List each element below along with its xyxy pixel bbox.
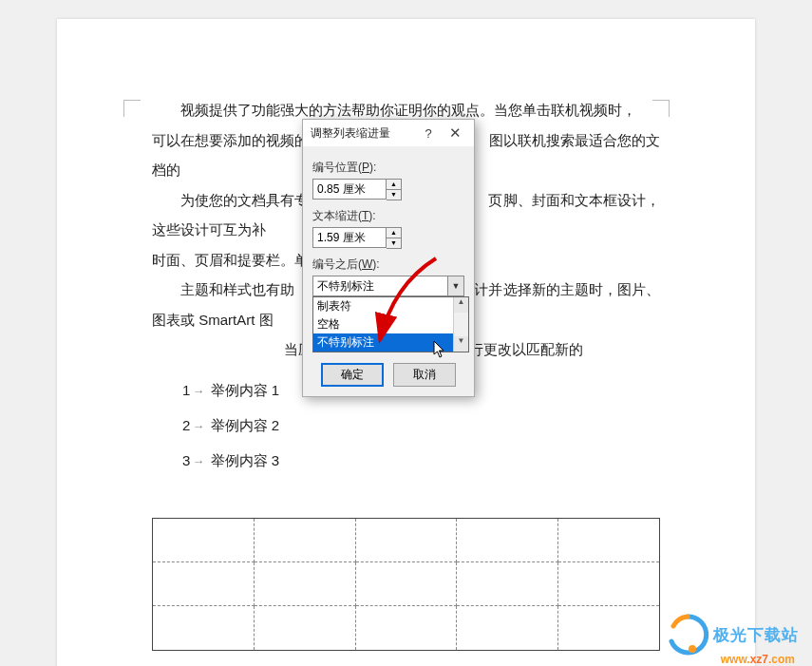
chevron-down-icon[interactable]: ▼	[447, 276, 463, 295]
spin-up-icon[interactable]: ▲	[387, 228, 401, 238]
cell[interactable]	[254, 606, 355, 650]
ok-button[interactable]: 确定	[321, 363, 384, 387]
cell[interactable]	[457, 561, 558, 605]
text-indent-spinner[interactable]: ▲ ▼	[312, 227, 464, 249]
adjust-list-indent-dialog: 调整列表缩进量 ? ✕ 编号位置(P): ▲ ▼ 文本缩进(T): ▲ ▼ 编号…	[302, 119, 475, 397]
cancel-button[interactable]: 取消	[393, 363, 456, 387]
combobox-value: 不特别标注	[313, 278, 447, 295]
crop-mark	[123, 100, 141, 117]
cell[interactable]	[153, 606, 255, 650]
dropdown-option-space[interactable]: 空格	[313, 315, 468, 333]
cell[interactable]	[355, 518, 457, 561]
number-position-label: 编号位置(P):	[312, 160, 464, 176]
tab-arrow-glyph: →	[192, 384, 204, 398]
watermark-url: www.www.xz7.comxz7.com	[721, 653, 795, 666]
cell[interactable]	[254, 518, 355, 561]
svg-point-0	[689, 645, 696, 653]
number-position-spinner[interactable]: ▲ ▼	[312, 179, 464, 200]
cell[interactable]	[457, 518, 558, 561]
cell[interactable]	[457, 606, 558, 650]
cell[interactable]	[558, 518, 660, 561]
mouse-cursor-icon	[433, 340, 446, 359]
after-number-label: 编号之后(W):	[312, 257, 464, 273]
tab-arrow-glyph: →	[192, 454, 204, 468]
text-indent-input[interactable]	[312, 227, 387, 248]
watermark-logo: 极光下载站	[666, 613, 799, 656]
spin-up-icon[interactable]: ▲	[387, 180, 401, 190]
cell[interactable]	[355, 561, 457, 605]
spin-down-icon[interactable]: ▼	[387, 190, 401, 200]
crop-mark	[652, 100, 670, 117]
close-button[interactable]: ✕	[442, 124, 468, 142]
list-item: 2→ 举例内容 2	[182, 417, 660, 435]
cell[interactable]	[153, 518, 255, 561]
dialog-title-bar[interactable]: 调整列表缩进量 ? ✕	[303, 120, 474, 146]
tab-arrow-glyph: →	[192, 419, 204, 433]
help-button[interactable]: ?	[415, 126, 442, 141]
scroll-up-icon[interactable]: ▲	[454, 297, 468, 313]
after-number-combobox[interactable]: 不特别标注 ▼	[312, 276, 464, 296]
number-position-input[interactable]	[312, 179, 387, 200]
list-item: 3→ 举例内容 3	[182, 452, 660, 470]
spin-down-icon[interactable]: ▼	[387, 238, 401, 248]
cell[interactable]	[254, 561, 355, 605]
watermark-brand: 极光下载站	[713, 624, 799, 646]
dropdown-option-tab[interactable]: 制表符	[313, 297, 468, 315]
text-indent-label: 文本缩进(T):	[312, 208, 464, 224]
cell[interactable]	[558, 561, 660, 605]
swirl-icon	[666, 613, 709, 656]
cell[interactable]	[355, 606, 457, 650]
dropdown-scrollbar[interactable]: ▲ ▼	[453, 297, 468, 352]
empty-table[interactable]	[152, 518, 660, 651]
cell[interactable]	[153, 561, 255, 605]
cell[interactable]	[558, 606, 660, 650]
dialog-title: 调整列表缩进量	[311, 125, 415, 142]
scroll-down-icon[interactable]: ▼	[454, 336, 468, 352]
